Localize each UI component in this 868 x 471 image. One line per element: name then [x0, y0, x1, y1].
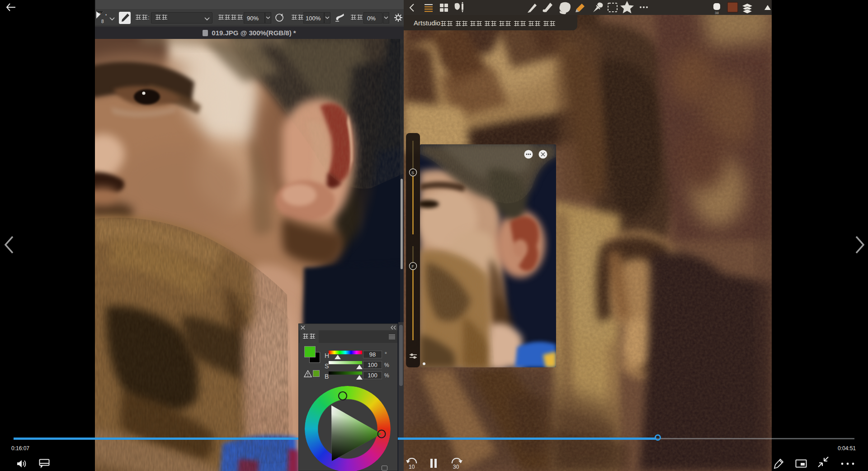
svg-text:16: 16	[98, 12, 101, 15]
svg-text:38: 38	[715, 11, 719, 15]
svg-text:10: 10	[409, 464, 415, 470]
svg-text:30: 30	[453, 464, 459, 470]
svg-text:F: F	[412, 264, 415, 269]
svg-text:S: S	[411, 171, 414, 175]
